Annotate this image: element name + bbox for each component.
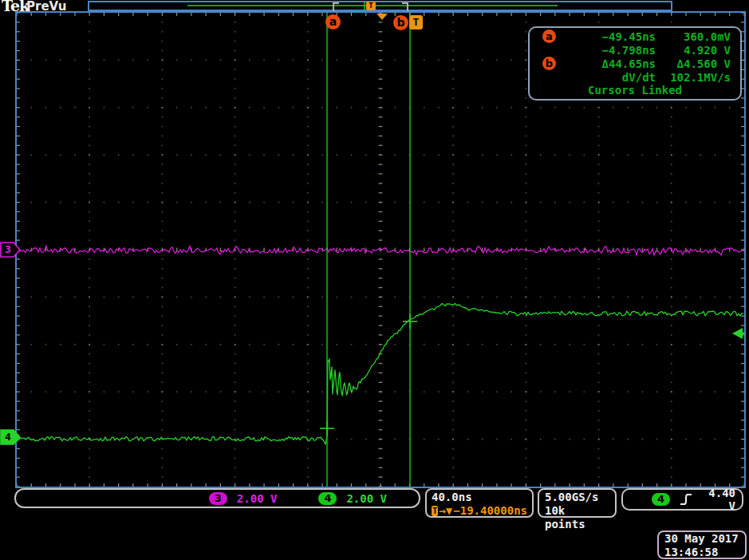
time-value: 13:46:58 <box>664 546 739 559</box>
trigger-level-value: 4.40 V <box>696 487 742 512</box>
channel-4-badge[interactable]: 4 <box>318 492 337 505</box>
dvdt-row: dV/dt 102.1MV/s <box>530 70 740 84</box>
acquisition-overview-bar[interactable]: T <box>88 1 672 11</box>
channel-3-marker-label: 3 <box>5 243 11 256</box>
timebase-scale: 40.0ns <box>432 491 527 504</box>
cursor-a-time: −49.45ns <box>570 30 656 43</box>
overview-trigger-flag[interactable]: T <box>366 2 376 10</box>
date-value: 30 May 2017 <box>664 532 739 546</box>
channel-4-reference-marker[interactable]: 4 <box>0 429 22 445</box>
sample-rate: 5.00GS/s <box>545 491 609 504</box>
overview-trigger-tick <box>364 2 365 10</box>
channel-4-scale: 2.00 V <box>346 492 387 505</box>
cursor-b-row-badge: b <box>542 57 556 70</box>
rising-edge-icon <box>678 491 696 507</box>
cursor-b-values-row: −4.798ns 4.920 V <box>530 43 740 57</box>
cursor-b-time: −4.798ns <box>570 44 656 57</box>
cursor-b-voltage: 4.920 V <box>656 44 740 57</box>
trigger-settings-box[interactable]: 4 4.40 V <box>621 488 743 511</box>
cursor-readout-panel[interactable]: a −49.45ns 360.0mV −4.798ns 4.920 V b Δ4… <box>528 26 742 101</box>
channel-4-marker-label: 4 <box>5 431 11 444</box>
record-length: 10k points <box>545 504 609 531</box>
delta-voltage: Δ4.560 V <box>656 57 740 70</box>
datetime-box: 30 May 2017 13:46:58 <box>657 530 747 559</box>
trigger-position-badge[interactable]: T <box>409 15 423 30</box>
trigger-t-icon: T <box>432 506 438 516</box>
trigger-source-badge: 4 <box>652 493 670 506</box>
delta-time: Δ44.65ns <box>570 57 656 70</box>
delay-arrow-icon: →▼ <box>439 504 452 517</box>
oscilloscope-screen: Tek PreVu T a b T 3 4 a −49.45ns 360.0mV <box>0 0 749 560</box>
channel-3-badge[interactable]: 3 <box>209 492 227 505</box>
dvdt-value: 102.1MV/s <box>656 71 740 84</box>
trigger-delay-value: −19.40000ns <box>453 504 527 517</box>
cursor-b-badge[interactable]: b <box>393 15 408 30</box>
cursor-a-row: a −49.45ns 360.0mV <box>530 30 740 43</box>
channel-scales-box[interactable]: 3 2.00 V 4 2.00 V <box>14 488 420 508</box>
dvdt-label: dV/dt <box>570 71 656 84</box>
acquisition-settings-box[interactable]: 5.00GS/s 10k points <box>538 488 617 518</box>
cursor-a-badge[interactable]: a <box>325 14 341 30</box>
channel-3-scale: 2.00 V <box>237 492 278 505</box>
horizontal-settings-box[interactable]: 40.0ns T →▼ −19.40000ns <box>425 488 534 518</box>
channel-3-reference-marker[interactable]: 3 <box>0 242 22 258</box>
cursors-linked-status: Cursors Linked <box>530 84 740 97</box>
cursor-a-row-badge: a <box>542 30 556 43</box>
cursor-a-voltage: 360.0mV <box>656 30 740 43</box>
cursor-delta-row: b Δ44.65ns Δ4.560 V <box>530 57 740 70</box>
